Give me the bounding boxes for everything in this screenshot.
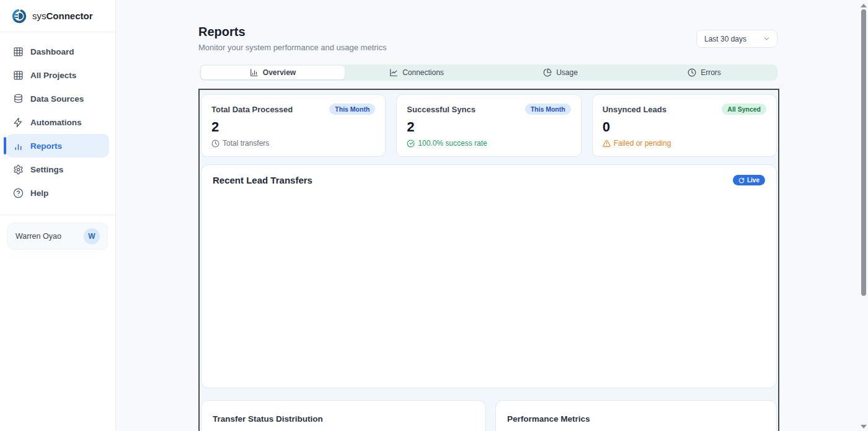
refresh-icon — [738, 177, 745, 184]
tab-label: Usage — [556, 68, 578, 77]
sidebar-item-label: Data Sources — [30, 94, 84, 104]
line-chart-icon — [389, 68, 398, 77]
sidebar-item-label: Reports — [30, 141, 62, 151]
clock-icon — [211, 140, 219, 148]
tab-connections[interactable]: Connections — [345, 66, 489, 79]
sidebar-item-all-projects[interactable]: All Projects — [6, 63, 109, 87]
tab-label: Errors — [701, 68, 721, 77]
status-badge: This Month — [329, 104, 375, 115]
transfer-status-distribution-card: Transfer Status Distribution — [201, 400, 486, 431]
tab-usage[interactable]: Usage — [489, 66, 632, 79]
stat-card-total-data-processed: Total Data Processed This Month 2 Total … — [201, 94, 386, 157]
tab-bar: Overview Connections Usage Errors — [200, 64, 777, 81]
stat-caption: 100.0% success rate — [407, 139, 570, 148]
recent-lead-transfers-title: Recent Lead Transfers — [213, 175, 312, 185]
gear-icon — [13, 164, 24, 175]
scrollbar-thumb[interactable] — [861, 9, 866, 296]
sysconnector-logo-icon — [11, 8, 27, 24]
database-icon — [13, 94, 24, 104]
sidebar-item-dashboard[interactable]: Dashboard — [6, 40, 109, 63]
sidebar-item-label: Settings — [30, 165, 63, 174]
stat-value: 2 — [407, 119, 570, 135]
chart-title: Performance Metrics — [507, 414, 765, 424]
clock-icon — [688, 68, 696, 77]
zap-icon — [13, 117, 24, 128]
sidebar-item-data-sources[interactable]: Data Sources — [6, 87, 109, 110]
page-subtitle: Monitor your system performance and usag… — [198, 43, 386, 52]
chevron-down-icon — [763, 35, 771, 43]
user-card[interactable]: Warren Oyao W — [7, 223, 108, 250]
scrollbar[interactable] — [860, 0, 868, 431]
sidebar-item-label: Help — [30, 189, 48, 198]
user-name: Warren Oyao — [16, 232, 61, 241]
check-circle-icon — [407, 140, 415, 148]
grid-icon — [13, 70, 24, 81]
help-circle-icon — [13, 188, 24, 198]
tab-label: Connections — [402, 68, 444, 77]
brand: sysConnector — [0, 0, 115, 32]
tab-label: Overview — [263, 68, 296, 77]
app-root: sysConnector Dashboard All Projects Data… — [0, 0, 868, 431]
tab-errors[interactable]: Errors — [632, 66, 776, 79]
stat-title: Total Data Processed — [211, 105, 293, 114]
date-range-select[interactable]: Last 30 days — [696, 30, 777, 48]
sidebar-divider — [0, 215, 115, 215]
tab-overview[interactable]: Overview — [201, 66, 345, 79]
brand-name: sysConnector — [32, 11, 93, 21]
sidebar-item-label: All Projects — [30, 71, 76, 80]
bar-chart-icon — [13, 141, 24, 151]
stat-card-unsynced-leads: Unsynced Leads All Synced 0 Failed or pe… — [592, 94, 777, 157]
stat-title: Successful Syncs — [407, 105, 476, 114]
grid-icon — [13, 47, 24, 57]
charts-row: Transfer Status Distribution Performance… — [201, 400, 777, 431]
pie-chart-icon — [543, 68, 552, 77]
stat-caption: Total transfers — [211, 139, 375, 148]
highlighted-region: Total Data Processed This Month 2 Total … — [198, 89, 779, 431]
sidebar-item-label: Automations — [30, 118, 82, 127]
stat-card-successful-syncs: Successful Syncs This Month 2 100.0% suc… — [396, 94, 581, 157]
sidebar-item-reports[interactable]: Reports — [6, 134, 109, 158]
stat-title: Unsynced Leads — [603, 105, 666, 114]
warning-triangle-icon — [603, 140, 611, 148]
stat-value: 0 — [603, 119, 766, 135]
scrollbar-down-arrow[interactable] — [861, 425, 867, 429]
status-badge: All Synced — [722, 104, 766, 115]
live-badge[interactable]: Live — [733, 175, 765, 185]
main-content: Reports Monitor your system performance … — [116, 0, 868, 431]
stat-value: 2 — [211, 119, 375, 135]
sidebar: sysConnector Dashboard All Projects Data… — [0, 0, 116, 431]
recent-lead-transfers-card: Recent Lead Transfers Live — [201, 164, 777, 388]
sidebar-item-label: Dashboard — [30, 47, 74, 56]
status-badge: This Month — [525, 104, 571, 115]
sidebar-nav: Dashboard All Projects Data Sources Auto… — [0, 32, 115, 205]
sidebar-item-automations[interactable]: Automations — [6, 110, 109, 134]
avatar: W — [84, 228, 100, 244]
performance-metrics-card: Performance Metrics — [495, 400, 777, 431]
chart-title: Transfer Status Distribution — [213, 414, 474, 424]
date-range-value: Last 30 days — [704, 35, 746, 43]
scrollbar-up-arrow[interactable] — [861, 4, 867, 7]
stats-row: Total Data Processed This Month 2 Total … — [201, 94, 777, 157]
stat-caption: Failed or pending — [603, 139, 766, 148]
sidebar-item-help[interactable]: Help — [6, 181, 109, 205]
column-chart-icon — [250, 68, 259, 77]
page-title: Reports — [198, 25, 246, 39]
sidebar-item-settings[interactable]: Settings — [6, 158, 109, 181]
